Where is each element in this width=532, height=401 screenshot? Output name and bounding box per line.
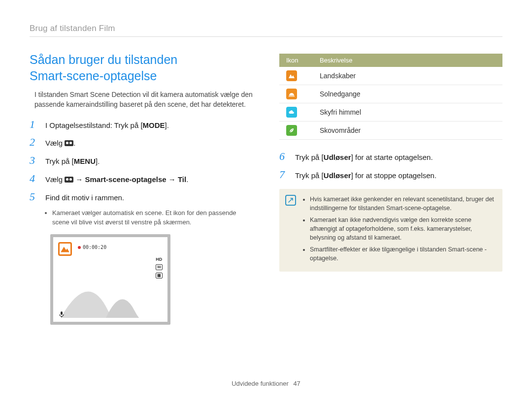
footer-section: Udvidede funktioner bbox=[232, 380, 289, 387]
step-subnote: Kameraet vælger automatisk en scene. Et … bbox=[52, 209, 253, 227]
rec-time: 00:00:20 bbox=[83, 245, 106, 250]
note-item: Kameraet kan ikke nødvendigvis vælge den… bbox=[310, 216, 495, 242]
landscape-icon bbox=[286, 70, 297, 81]
step-body: I Optagelsestilstand: Tryk på [MODE]. bbox=[45, 120, 169, 131]
page-footer: Udvidede funktioner 47 bbox=[0, 380, 532, 387]
scene-detect-icon bbox=[58, 242, 72, 256]
note-item: Hvis kameraet ikke genkender en relevant… bbox=[310, 195, 495, 213]
rec-dot-icon bbox=[78, 246, 81, 249]
steps-left: 1 I Optagelsestilstand: Tryk på [MODE]. … bbox=[30, 119, 253, 203]
svg-marker-0 bbox=[61, 247, 69, 252]
step-number: 5 bbox=[30, 191, 39, 203]
note-list: Hvis kameraet ikke genkender en relevant… bbox=[310, 195, 495, 266]
step-body: Tryk på [Udløser] for at starte optagels… bbox=[295, 152, 433, 163]
step-number: 7 bbox=[279, 169, 289, 181]
title-line-2: Smart-scene-optagelse bbox=[30, 69, 157, 83]
step-body: Find dit motiv i rammen. bbox=[45, 192, 124, 203]
table-cell-desc: Skovområder bbox=[313, 122, 502, 140]
svg-marker-3 bbox=[289, 74, 295, 78]
step-number: 6 bbox=[279, 151, 289, 162]
steps-right: 6 Tryk på [Udløser] for at starte optage… bbox=[279, 151, 502, 181]
shutter-key: Udløser bbox=[324, 152, 351, 163]
step-body: Tryk på [MENU]. bbox=[45, 156, 100, 167]
table-cell-desc: Solnedgange bbox=[313, 85, 502, 103]
table-header-desc: Beskrivelse bbox=[313, 54, 502, 67]
table-row: Skovområder bbox=[279, 122, 502, 140]
table-row: Solnedgange bbox=[279, 85, 502, 103]
footer-page-number: 47 bbox=[293, 380, 300, 387]
menu-key: MENU bbox=[74, 156, 96, 167]
step-body: Vælg → Smart-scene-optagelse → Til. bbox=[45, 174, 188, 185]
camera-screen-illustration: 00:00:20 HD 30 ▦ bbox=[50, 234, 170, 325]
table-cell-desc: Skyfri himmel bbox=[313, 103, 502, 122]
step-number: 2 bbox=[30, 136, 39, 148]
leaf-icon bbox=[286, 125, 297, 136]
subnote-item: Kameraet vælger automatisk en scene. Et … bbox=[52, 209, 253, 227]
table-row: Landskaber bbox=[279, 67, 502, 85]
table-row: Skyfri himmel bbox=[279, 103, 502, 122]
mic-icon bbox=[58, 311, 65, 318]
cloud-icon bbox=[286, 107, 297, 118]
note-item: Smartfilter-effekter er ikke tilgængelig… bbox=[310, 245, 495, 263]
step-body: Tryk på [Udløser] for at stoppe optagels… bbox=[295, 170, 436, 181]
step-bold: → Smart-scene-optagelse → Til bbox=[73, 175, 186, 184]
mode-key: MODE bbox=[143, 120, 165, 131]
svg-rect-1 bbox=[61, 311, 63, 315]
step-number: 3 bbox=[30, 154, 39, 166]
film-icon bbox=[65, 177, 73, 183]
left-column: Sådan bruger du tilstanden Smart-scene-o… bbox=[30, 52, 253, 325]
table-cell-desc: Landskaber bbox=[313, 67, 502, 85]
hd-indicator: HD bbox=[156, 257, 162, 262]
breadcrumb: Brug af tilstanden Film bbox=[30, 24, 502, 37]
step-number: 1 bbox=[30, 119, 39, 130]
intro-text: I tilstanden Smart Scene Detection vil d… bbox=[30, 90, 253, 110]
film-icon bbox=[65, 140, 73, 146]
step-number: 4 bbox=[30, 173, 39, 185]
step-body: Vælg . bbox=[45, 138, 75, 149]
right-column: Ikon Beskrivelse Landskaber Solnedgange bbox=[279, 52, 502, 325]
table-header-icon: Ikon bbox=[279, 54, 313, 67]
shutter-key: Udløser bbox=[324, 170, 351, 181]
note-icon bbox=[285, 195, 296, 206]
rec-timer: 00:00:20 bbox=[78, 245, 106, 250]
title-line-1: Sådan bruger du tilstanden bbox=[30, 53, 177, 66]
note-box: Hvis kameraet ikke genkender en relevant… bbox=[279, 189, 502, 272]
icon-table: Ikon Beskrivelse Landskaber Solnedgange bbox=[279, 54, 502, 140]
page-title: Sådan bruger du tilstanden Smart-scene-o… bbox=[30, 52, 253, 84]
mountain-graphic bbox=[55, 267, 166, 320]
sunset-icon bbox=[286, 89, 297, 99]
